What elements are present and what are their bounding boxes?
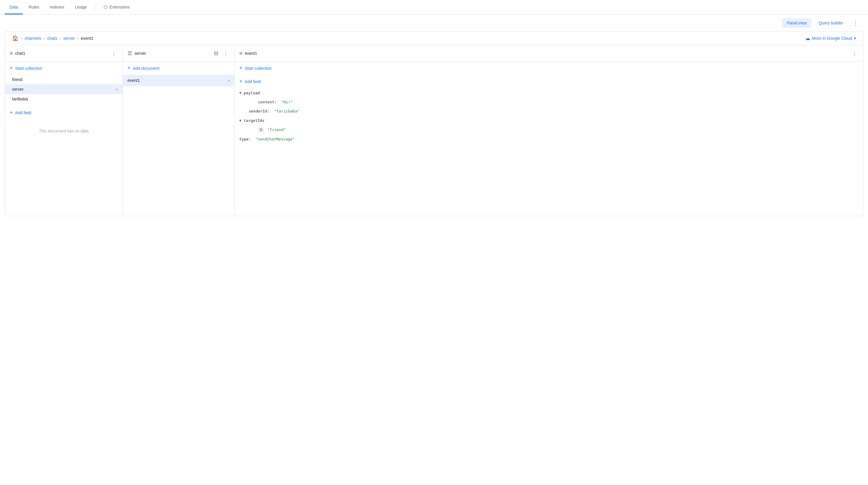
more-in-cloud-label: More in Google Cloud [812, 36, 852, 41]
item-label-tariibaba: tariibaba [12, 97, 28, 101]
panel-event1-header: ≡ event1 ⋮ [235, 46, 863, 62]
panel-chat1-actions: ⋮ [110, 49, 118, 58]
add-field-button-left[interactable]: + Add field [5, 106, 122, 119]
start-collection-button[interactable]: + Start collection [5, 62, 122, 75]
document-label-event1: event1 [127, 78, 140, 83]
panel-chat1: ≡ chat1 ⋮ + Start collection friend serv… [5, 46, 123, 216]
field-value-senderid: "tariibaba" [274, 109, 299, 113]
list-item-friend[interactable]: friend [5, 75, 122, 84]
chevron-down-icon: ▾ [854, 36, 856, 41]
panel-event1-actions: ⋮ [850, 49, 858, 58]
panels-container: ≡ chat1 ⋮ + Start collection friend serv… [5, 46, 863, 216]
toolbar: Panel view Query builder ⋮ [0, 15, 868, 31]
field-value-content: "Hi!" [281, 100, 293, 104]
panel-view-button[interactable]: Panel view [782, 18, 811, 28]
panel-server-actions: ⊟ ⋮ [213, 49, 229, 58]
extensions-icon: ⬡ [103, 4, 108, 10]
plus-icon-field: + [10, 110, 13, 116]
plus-icon-collection-right: + [239, 65, 243, 71]
index-badge-0: 0 [258, 127, 264, 132]
field-row-senderid: senderId: "tariibaba" [235, 107, 863, 116]
field-group-payload[interactable]: ▾ payload [235, 88, 863, 97]
breadcrumb-path: 🏠 › channels › chat1 › server › event1 [12, 35, 93, 41]
panel-event1-title: event1 [245, 51, 848, 56]
field-key-content: content: [258, 100, 277, 104]
field-row-targetids-0: 0 "friend" [235, 125, 863, 134]
chevron-right-icon: › [116, 87, 118, 92]
chevron-down-targetids: ▾ [239, 118, 241, 123]
item-label-server: server [12, 87, 24, 92]
item-label-friend: friend [12, 77, 22, 82]
breadcrumb-sep-0: › [21, 36, 22, 41]
chevron-down-payload: ▾ [239, 90, 241, 95]
nav-divider [95, 4, 95, 11]
tab-rules[interactable]: Rules [24, 1, 44, 14]
add-document-button[interactable]: + Add document [123, 62, 234, 75]
tab-indexes[interactable]: Indexes [45, 1, 69, 14]
breadcrumb-chat1[interactable]: chat1 [47, 36, 57, 41]
panel-chat1-content: + Start collection friend server › tarii… [5, 62, 122, 216]
panel-server-content: + Add document event1 › [123, 62, 234, 216]
breadcrumb-server[interactable]: server [63, 36, 75, 41]
panel-event1-more-button[interactable]: ⋮ [850, 49, 858, 58]
collection-icon: ≡ [10, 50, 13, 57]
breadcrumb-sep-1: › [43, 36, 45, 41]
plus-icon: + [10, 65, 13, 71]
panel-server-header: ☰ server ⊟ ⋮ [123, 46, 234, 62]
no-data-message: This document has no data [5, 119, 122, 143]
field-key-payload: payload [244, 91, 260, 95]
breadcrumb-event1: event1 [81, 36, 93, 41]
panel-event1: ≡ event1 ⋮ + Start collection + Add fiel… [235, 46, 863, 216]
top-navigation: Data Rules Indexes Usage ⬡ Extensions [0, 0, 868, 15]
breadcrumb-channels[interactable]: channels [25, 36, 41, 41]
document-row-event1[interactable]: event1 › [123, 75, 234, 86]
panel-chat1-header: ≡ chat1 ⋮ [5, 46, 122, 62]
filter-icon-button[interactable]: ⊟ [213, 49, 220, 58]
panel-chat1-title: chat1 [15, 51, 108, 56]
panel-event1-content: + Start collection + Add field ▾ payload… [235, 62, 863, 216]
plus-icon-field-right: + [239, 78, 243, 85]
field-group-targetids[interactable]: ▾ targetIds [235, 116, 863, 125]
toolbar-more-button[interactable]: ⋮ [850, 18, 861, 28]
doc-chevron-icon: › [228, 78, 229, 83]
query-builder-button[interactable]: Query builder [814, 18, 848, 28]
start-collection-button-right[interactable]: + Start collection [235, 62, 863, 75]
start-collection-label-right: Start collection [245, 66, 272, 71]
document-icon: ≡ [239, 50, 243, 57]
field-value-targetids-0: "friend" [267, 127, 286, 132]
breadcrumb-sep-3: › [77, 36, 79, 41]
field-key-targetids: targetIds [244, 118, 264, 123]
tab-extensions-label: Extensions [110, 5, 129, 9]
tab-data[interactable]: Data [5, 1, 23, 14]
add-document-label: Add document [133, 66, 159, 71]
start-collection-label: Start collection [15, 66, 42, 71]
plus-icon-doc: + [127, 65, 131, 71]
field-value-type: "sendChatMessage" [255, 137, 294, 141]
home-icon[interactable]: 🏠 [12, 35, 19, 41]
field-row-content: content: "Hi!" [235, 97, 863, 107]
subcollection-icon: ☰ [127, 50, 132, 57]
more-in-google-cloud-button[interactable]: ☁ More in Google Cloud ▾ [805, 35, 856, 41]
panel-server: ☰ server ⊟ ⋮ + Add document event1 › [123, 46, 235, 216]
add-field-button-right[interactable]: + Add field [235, 75, 863, 88]
breadcrumb: 🏠 › channels › chat1 › server › event1 ☁… [5, 31, 863, 46]
breadcrumb-sep-2: › [60, 36, 61, 41]
add-field-label-right: Add field [245, 79, 261, 84]
cloud-icon: ☁ [805, 35, 810, 41]
list-item-server[interactable]: server › [5, 84, 122, 94]
tab-usage[interactable]: Usage [70, 1, 91, 14]
list-item-tariibaba[interactable]: tariibaba [5, 94, 122, 104]
tab-extensions[interactable]: ⬡ Extensions [99, 0, 134, 15]
field-row-type: type: "sendChatMessage" [235, 134, 863, 144]
field-key-senderid: senderId: [249, 109, 269, 113]
panel-server-title: server [134, 51, 211, 56]
add-field-label: Add field [15, 111, 31, 115]
panel-server-more-button[interactable]: ⋮ [222, 49, 229, 58]
field-key-type: type: [239, 137, 251, 141]
panel-chat1-more-button[interactable]: ⋮ [110, 49, 118, 58]
